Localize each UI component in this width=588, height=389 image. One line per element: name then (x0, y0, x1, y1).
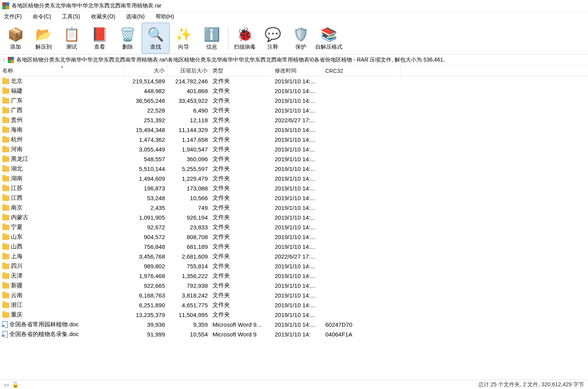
toolbar: 📦添加 📂解压到 📋测试 📕查看 🗑️删除 🔍查找 ✨向导 ℹ️信息 🐞扫描病毒… (0, 22, 588, 55)
table-row[interactable]: 北京219,514,589214,782,246文件夹2019/1/10 14:… (0, 76, 588, 86)
table-row[interactable]: 河南3,055,4491,940,547文件夹2019/1/10 14:... (0, 144, 588, 154)
cell-packed: 3,818,242 (167, 292, 210, 299)
cell-size: 904,572 (125, 234, 167, 240)
table-row[interactable]: 山东904,572808,708文件夹2019/1/10 14:... (0, 232, 588, 242)
cell-name: 江苏 (0, 185, 125, 192)
table-row[interactable]: 杭州1,474,3621,147,658文件夹2019/1/10 14:... (0, 135, 588, 144)
cell-type: 文件夹 (210, 165, 272, 172)
column-crc[interactable]: CRC32 (323, 65, 401, 76)
menu-tools[interactable]: 工具(S) (62, 13, 80, 20)
table-row[interactable]: 贵州251,39212,118文件夹2022/6/27 17:... (0, 115, 588, 125)
cell-packed: 11,504,995 (167, 312, 210, 318)
info-button[interactable]: ℹ️信息 (198, 23, 226, 54)
column-name[interactable]: ▲名称 (0, 65, 125, 76)
menu-options[interactable]: 选项(N) (126, 13, 144, 20)
path-text[interactable]: 各地区植物分类东北华南华中华北华东西北西南常用植物表.rar\各地区植物分类东北… (16, 56, 586, 63)
cell-type: 文件夹 (210, 204, 272, 211)
folder-icon (2, 79, 9, 84)
table-row[interactable]: 黑龙江548,557360,096文件夹2019/1/10 14:... (0, 154, 588, 164)
table-row[interactable]: 山西756,848681,189文件夹2019/1/10 14:... (0, 242, 588, 252)
menu-favorites[interactable]: 收藏夹(O) (91, 13, 115, 20)
column-packed[interactable]: 压缩后大小 (167, 65, 210, 76)
cell-type: 文件夹 (210, 136, 272, 143)
status-bar: ▭ 🔓 总计 25 个文件夹, 2 文件, 320,612,429 字节 (0, 380, 588, 389)
sfx-button[interactable]: 📚自解压格式 (315, 23, 343, 54)
view-button[interactable]: 📕查看 (86, 23, 114, 54)
table-row[interactable]: 宁夏92,67223,833文件夹2019/1/10 14:... (0, 222, 588, 232)
cell-type: 文件夹 (210, 272, 272, 280)
column-modified[interactable]: 修改时间 (272, 65, 323, 76)
add-button[interactable]: 📦添加 (2, 23, 30, 54)
cell-modified: 2019/1/10 14:... (272, 273, 323, 279)
cell-name: 黑龙江 (0, 155, 125, 163)
cell-name: 河南 (0, 146, 125, 153)
menu-bar: 文件(F) 命令(C) 工具(S) 收藏夹(O) 选项(N) 帮助(H) (0, 12, 588, 22)
cell-size: 2,435 (125, 204, 167, 211)
cell-modified: 2019/1/10 14:... (272, 224, 323, 231)
cell-modified: 2019/1/10 14:... (272, 263, 323, 269)
cell-modified: 2019/1/10 14:... (272, 175, 323, 182)
up-icon[interactable]: ↑ (2, 56, 5, 63)
cell-packed: 11,144,329 (167, 127, 210, 133)
cell-size: 6,251,890 (125, 302, 167, 308)
cell-name: 宁夏 (0, 224, 125, 231)
menu-command[interactable]: 命令(C) (33, 13, 51, 20)
table-row[interactable]: 内蒙古1,091,905926,194文件夹2019/1/10 14:... (0, 213, 588, 222)
find-button[interactable]: 🔍查找 (142, 23, 170, 54)
folder-icon (2, 108, 9, 113)
table-row[interactable]: 海南15,494,34811,144,329文件夹2019/1/10 14:..… (0, 125, 588, 135)
extract-to-button[interactable]: 📂解压到 (30, 23, 58, 54)
list-header: ▲名称 大小 压缩后大小 类型 修改时间 CRC32 (0, 65, 588, 76)
find-label: 查找 (150, 44, 161, 51)
toolbar-separator (228, 26, 228, 50)
table-row[interactable]: 广东36,565,24633,453,922文件夹2019/1/10 14:..… (0, 96, 588, 106)
cell-name: 南京 (0, 204, 125, 211)
cell-modified: 2019/1/10 14:... (272, 234, 323, 240)
test-button[interactable]: 📋测试 (58, 23, 86, 54)
folder-icon (2, 225, 9, 230)
column-type[interactable]: 类型 (210, 65, 272, 76)
cell-modified: 2019/1/10 14:... (272, 195, 323, 201)
folder-icon (2, 293, 9, 298)
folder-icon (2, 205, 9, 211)
cell-size: 1,494,609 (125, 175, 167, 182)
folder-icon (2, 137, 9, 143)
table-row[interactable]: 全国各省的植物名录集.doc91,99910,554Microsoft Word… (0, 329, 588, 339)
cell-name: 新疆 (0, 282, 125, 289)
table-row[interactable]: 天津1,976,4681,356,222文件夹2019/1/10 14:... (0, 271, 588, 281)
cell-size: 548,557 (125, 156, 167, 162)
protect-button[interactable]: 🛡️保护 (287, 23, 315, 54)
table-row[interactable]: 上海3,456,7682,681,609文件夹2022/6/27 17:... (0, 252, 588, 261)
table-row[interactable]: 全国各省常用园林植物.doc39,9369,359Microsoft Word … (0, 320, 588, 329)
cell-type: 文件夹 (210, 107, 272, 114)
cell-packed: 1,356,222 (167, 273, 210, 279)
table-row[interactable]: 湖北5,510,1445,255,597文件夹2019/1/10 14:... (0, 164, 588, 174)
folder-icon (2, 264, 9, 269)
file-list: ▲名称 大小 压缩后大小 类型 修改时间 CRC32 北京219,514,589… (0, 65, 588, 380)
column-size[interactable]: 大小 (125, 65, 167, 76)
cell-crc: 60247D70 (323, 321, 401, 328)
table-row[interactable]: 福建448,982401,868文件夹2019/1/10 14:... (0, 86, 588, 96)
table-row[interactable]: 云南6,168,7633,818,242文件夹2019/1/10 14:... (0, 290, 588, 300)
table-row[interactable]: 广西22,5286,490文件夹2019/1/10 14:... (0, 106, 588, 115)
table-row[interactable]: 江苏196,873173,088文件夹2019/1/10 14:... (0, 183, 588, 193)
cell-packed: 23,833 (167, 224, 210, 231)
menu-file[interactable]: 文件(F) (4, 13, 22, 20)
table-row[interactable]: 江西53,24810,566文件夹2019/1/10 14:... (0, 193, 588, 203)
table-row[interactable]: 重庆13,235,37911,504,995文件夹2019/1/10 14:..… (0, 310, 588, 320)
table-row[interactable]: 南京2,435749文件夹2019/1/10 14:... (0, 203, 588, 213)
comment-button[interactable]: 💬注释 (259, 23, 287, 54)
delete-button[interactable]: 🗑️删除 (114, 23, 142, 54)
table-row[interactable]: 新疆922,665792,938文件夹2019/1/10 14:... (0, 281, 588, 290)
scan-button[interactable]: 🐞扫描病毒 (231, 23, 259, 54)
cell-modified: 2019/1/10 14:... (272, 97, 323, 104)
test-label: 测试 (66, 44, 77, 51)
cell-type: 文件夹 (210, 224, 272, 231)
table-row[interactable]: 四川989,802755,814文件夹2019/1/10 14:... (0, 261, 588, 271)
wizard-button[interactable]: ✨向导 (170, 23, 198, 54)
menu-help[interactable]: 帮助(H) (156, 13, 174, 20)
table-row[interactable]: 浙江6,251,8904,651,775文件夹2019/1/10 14:... (0, 300, 588, 310)
cell-modified: 2019/1/10 14:... (272, 136, 323, 143)
comment-icon: 💬 (264, 26, 281, 43)
table-row[interactable]: 湖南1,494,6091,229,479文件夹2019/1/10 14:... (0, 174, 588, 183)
